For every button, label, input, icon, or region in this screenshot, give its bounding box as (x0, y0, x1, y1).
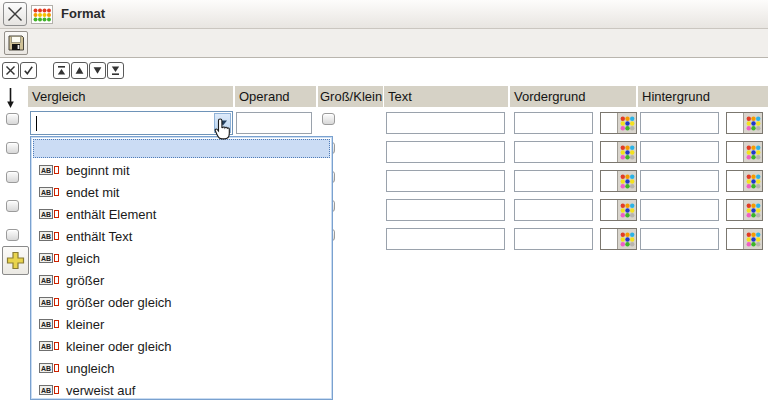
hintergrund-input[interactable] (640, 199, 719, 221)
vordergrund-color-button[interactable] (600, 199, 637, 221)
dropdown-item-label: gleich (66, 251, 100, 266)
color-preview (727, 200, 744, 220)
dropdown-item-label: enthält Element (66, 207, 156, 222)
vordergrund-input[interactable] (514, 170, 593, 192)
delete-row-button[interactable] (2, 62, 19, 79)
close-button[interactable] (3, 2, 27, 26)
dropdown-item[interactable]: ABkleiner (33, 313, 330, 335)
text-format-icon: AB (39, 275, 59, 285)
hintergrund-input[interactable] (640, 170, 719, 192)
color-preview (601, 142, 618, 162)
text-input[interactable] (386, 170, 505, 192)
row-checkbox[interactable] (6, 171, 19, 183)
dropdown-item[interactable]: ABkleiner oder gleich (33, 335, 330, 357)
column-header-vergleich: Vergleich (28, 86, 233, 107)
dropdown-item-label: verweist auf (66, 383, 135, 398)
vergleich-combobox[interactable] (30, 111, 233, 135)
dropdown-item[interactable]: ABgrößer oder gleich (33, 291, 330, 313)
vordergrund-color-button[interactable] (600, 170, 637, 192)
dropdown-item[interactable]: ABgrößer (33, 269, 330, 291)
dropdown-item[interactable]: ABenthält Element (33, 203, 330, 225)
move-bottom-icon (110, 65, 121, 76)
vordergrund-color-button[interactable] (600, 141, 637, 163)
text-input[interactable] (386, 112, 505, 134)
color-palette-icon (746, 145, 761, 160)
color-palette-icon (620, 203, 635, 218)
text-input[interactable] (386, 141, 505, 163)
plus-icon (5, 250, 26, 271)
color-palette-icon (620, 116, 635, 131)
text-format-icon: AB (39, 341, 59, 351)
dropdown-item[interactable]: ABendet mit (33, 181, 330, 203)
dropdown-item[interactable]: ABungleich (33, 357, 330, 379)
vordergrund-color-button[interactable] (600, 228, 637, 250)
hintergrund-input[interactable] (640, 141, 719, 163)
move-down-icon (92, 65, 103, 76)
text-input[interactable] (386, 228, 505, 250)
move-top-button[interactable] (53, 62, 70, 79)
close-icon (7, 6, 23, 22)
text-format-icon: AB (39, 319, 59, 329)
grossklein-checkbox[interactable] (322, 113, 335, 125)
hintergrund-input[interactable] (640, 112, 719, 134)
confirm-button[interactable] (20, 62, 37, 79)
hintergrund-color-button[interactable] (726, 170, 763, 192)
dropdown-item-label: größer oder gleich (66, 295, 172, 310)
column-header-grossklein: Groß/Klein (318, 86, 383, 107)
color-preview (727, 113, 744, 133)
text-input[interactable] (386, 199, 505, 221)
color-preview (601, 113, 618, 133)
row-checkbox[interactable] (6, 229, 19, 241)
dropdown-item[interactable]: ABbeginnt mit (33, 159, 330, 181)
move-down-button[interactable] (89, 62, 106, 79)
combobox-dropdown-button[interactable] (214, 113, 231, 133)
dropdown-item[interactable]: ABverweist auf (33, 379, 330, 401)
text-format-icon: AB (39, 385, 59, 395)
save-icon (7, 34, 25, 52)
delete-icon (5, 65, 16, 76)
color-palette-icon (746, 203, 761, 218)
move-up-button[interactable] (71, 62, 88, 79)
dropdown-item-selected-empty[interactable] (33, 139, 330, 158)
dropdown-item-label: kleiner oder gleich (66, 339, 172, 354)
move-up-icon (74, 65, 85, 76)
column-header-operand: Operand (235, 86, 316, 107)
color-palette-icon (620, 174, 635, 189)
column-header-text: Text (384, 86, 508, 107)
hintergrund-color-button[interactable] (726, 228, 763, 250)
chevron-down-icon (219, 120, 227, 126)
vordergrund-color-button[interactable] (600, 112, 637, 134)
text-format-icon: AB (39, 187, 59, 197)
text-format-icon: AB (39, 209, 59, 219)
vordergrund-input[interactable] (514, 112, 593, 134)
text-caret (36, 116, 37, 131)
row-checkbox[interactable] (6, 113, 19, 125)
operand-input[interactable] (236, 112, 312, 134)
row-checkbox[interactable] (6, 142, 19, 154)
move-bottom-button[interactable] (107, 62, 124, 79)
dropdown-item[interactable]: ABgleich (33, 247, 330, 269)
vordergrund-input[interactable] (514, 141, 593, 163)
vordergrund-input[interactable] (514, 199, 593, 221)
text-format-icon: AB (39, 253, 59, 263)
column-header-vordergrund: Vordergrund (510, 86, 636, 107)
color-palette-icon (620, 145, 635, 160)
text-format-icon: AB (39, 165, 59, 175)
hintergrund-color-button[interactable] (726, 141, 763, 163)
vordergrund-input[interactable] (514, 228, 593, 250)
dropdown-item-label: beginnt mit (66, 163, 130, 178)
save-button[interactable] (4, 31, 28, 55)
dropdown-item-label: kleiner (66, 317, 104, 332)
dropdown-item[interactable]: ABenthält Text (33, 225, 330, 247)
hintergrund-input[interactable] (640, 228, 719, 250)
row-checkbox[interactable] (6, 200, 19, 212)
text-format-icon: AB (39, 231, 59, 241)
dropdown-item-label: enthält Text (66, 229, 132, 244)
move-top-icon (56, 65, 67, 76)
color-palette-icon (746, 174, 761, 189)
color-palette-icon (746, 232, 761, 247)
hintergrund-color-button[interactable] (726, 112, 763, 134)
add-row-button[interactable] (2, 246, 29, 275)
color-palette-icon (620, 232, 635, 247)
hintergrund-color-button[interactable] (726, 199, 763, 221)
